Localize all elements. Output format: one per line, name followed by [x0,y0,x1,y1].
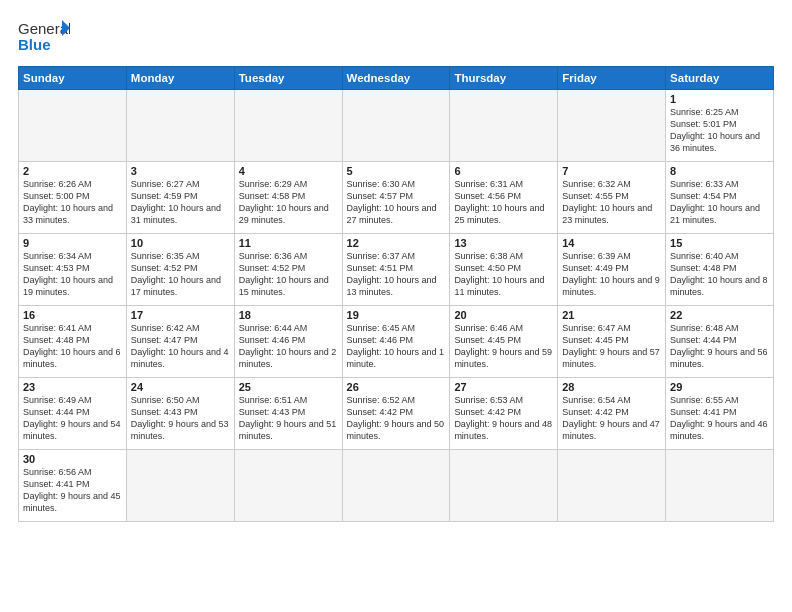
calendar-day-cell: 26Sunrise: 6:52 AM Sunset: 4:42 PM Dayli… [342,378,450,450]
day-info: Sunrise: 6:53 AM Sunset: 4:42 PM Dayligh… [454,394,553,443]
calendar-day-cell: 1Sunrise: 6:25 AM Sunset: 5:01 PM Daylig… [666,90,774,162]
day-info: Sunrise: 6:33 AM Sunset: 4:54 PM Dayligh… [670,178,769,227]
svg-text:Blue: Blue [18,36,51,53]
day-number: 24 [131,381,230,393]
calendar-day-cell: 13Sunrise: 6:38 AM Sunset: 4:50 PM Dayli… [450,234,558,306]
calendar-week-row: 9Sunrise: 6:34 AM Sunset: 4:53 PM Daylig… [19,234,774,306]
day-number: 17 [131,309,230,321]
day-number: 28 [562,381,661,393]
weekday-header-sunday: Sunday [19,67,127,90]
day-number: 12 [347,237,446,249]
calendar-day-cell [342,450,450,522]
day-info: Sunrise: 6:31 AM Sunset: 4:56 PM Dayligh… [454,178,553,227]
calendar-day-cell: 14Sunrise: 6:39 AM Sunset: 4:49 PM Dayli… [558,234,666,306]
calendar-day-cell: 11Sunrise: 6:36 AM Sunset: 4:52 PM Dayli… [234,234,342,306]
day-number: 3 [131,165,230,177]
day-number: 15 [670,237,769,249]
calendar-day-cell [450,90,558,162]
calendar-day-cell: 3Sunrise: 6:27 AM Sunset: 4:59 PM Daylig… [126,162,234,234]
day-number: 14 [562,237,661,249]
calendar-day-cell [558,450,666,522]
calendar-day-cell: 23Sunrise: 6:49 AM Sunset: 4:44 PM Dayli… [19,378,127,450]
day-info: Sunrise: 6:55 AM Sunset: 4:41 PM Dayligh… [670,394,769,443]
weekday-header-row: SundayMondayTuesdayWednesdayThursdayFrid… [19,67,774,90]
day-info: Sunrise: 6:38 AM Sunset: 4:50 PM Dayligh… [454,250,553,299]
calendar-day-cell: 24Sunrise: 6:50 AM Sunset: 4:43 PM Dayli… [126,378,234,450]
day-number: 30 [23,453,122,465]
calendar-day-cell: 12Sunrise: 6:37 AM Sunset: 4:51 PM Dayli… [342,234,450,306]
day-number: 7 [562,165,661,177]
calendar-day-cell: 25Sunrise: 6:51 AM Sunset: 4:43 PM Dayli… [234,378,342,450]
calendar-week-row: 23Sunrise: 6:49 AM Sunset: 4:44 PM Dayli… [19,378,774,450]
calendar-day-cell: 30Sunrise: 6:56 AM Sunset: 4:41 PM Dayli… [19,450,127,522]
calendar-day-cell: 16Sunrise: 6:41 AM Sunset: 4:48 PM Dayli… [19,306,127,378]
day-number: 9 [23,237,122,249]
day-info: Sunrise: 6:45 AM Sunset: 4:46 PM Dayligh… [347,322,446,371]
day-number: 6 [454,165,553,177]
day-info: Sunrise: 6:47 AM Sunset: 4:45 PM Dayligh… [562,322,661,371]
day-info: Sunrise: 6:37 AM Sunset: 4:51 PM Dayligh… [347,250,446,299]
day-number: 20 [454,309,553,321]
day-number: 16 [23,309,122,321]
calendar-day-cell [126,90,234,162]
calendar-week-row: 30Sunrise: 6:56 AM Sunset: 4:41 PM Dayli… [19,450,774,522]
day-info: Sunrise: 6:56 AM Sunset: 4:41 PM Dayligh… [23,466,122,515]
weekday-header-tuesday: Tuesday [234,67,342,90]
calendar-day-cell [558,90,666,162]
calendar-day-cell: 6Sunrise: 6:31 AM Sunset: 4:56 PM Daylig… [450,162,558,234]
day-info: Sunrise: 6:34 AM Sunset: 4:53 PM Dayligh… [23,250,122,299]
calendar-day-cell: 18Sunrise: 6:44 AM Sunset: 4:46 PM Dayli… [234,306,342,378]
day-info: Sunrise: 6:42 AM Sunset: 4:47 PM Dayligh… [131,322,230,371]
calendar-day-cell: 10Sunrise: 6:35 AM Sunset: 4:52 PM Dayli… [126,234,234,306]
calendar-day-cell [342,90,450,162]
calendar-day-cell: 7Sunrise: 6:32 AM Sunset: 4:55 PM Daylig… [558,162,666,234]
day-info: Sunrise: 6:32 AM Sunset: 4:55 PM Dayligh… [562,178,661,227]
day-info: Sunrise: 6:51 AM Sunset: 4:43 PM Dayligh… [239,394,338,443]
calendar-day-cell: 28Sunrise: 6:54 AM Sunset: 4:42 PM Dayli… [558,378,666,450]
day-info: Sunrise: 6:39 AM Sunset: 4:49 PM Dayligh… [562,250,661,299]
day-number: 10 [131,237,230,249]
calendar-day-cell [666,450,774,522]
day-number: 8 [670,165,769,177]
calendar-table: SundayMondayTuesdayWednesdayThursdayFrid… [18,66,774,522]
calendar-day-cell: 19Sunrise: 6:45 AM Sunset: 4:46 PM Dayli… [342,306,450,378]
day-number: 13 [454,237,553,249]
day-number: 29 [670,381,769,393]
generalblue-logo-icon: GeneralBlue [18,18,70,56]
day-number: 1 [670,93,769,105]
calendar-day-cell: 29Sunrise: 6:55 AM Sunset: 4:41 PM Dayli… [666,378,774,450]
day-number: 18 [239,309,338,321]
calendar-day-cell [450,450,558,522]
day-info: Sunrise: 6:52 AM Sunset: 4:42 PM Dayligh… [347,394,446,443]
day-info: Sunrise: 6:44 AM Sunset: 4:46 PM Dayligh… [239,322,338,371]
calendar-day-cell: 22Sunrise: 6:48 AM Sunset: 4:44 PM Dayli… [666,306,774,378]
calendar-day-cell: 21Sunrise: 6:47 AM Sunset: 4:45 PM Dayli… [558,306,666,378]
calendar-day-cell: 27Sunrise: 6:53 AM Sunset: 4:42 PM Dayli… [450,378,558,450]
day-info: Sunrise: 6:35 AM Sunset: 4:52 PM Dayligh… [131,250,230,299]
calendar-day-cell: 8Sunrise: 6:33 AM Sunset: 4:54 PM Daylig… [666,162,774,234]
calendar-day-cell [126,450,234,522]
day-number: 23 [23,381,122,393]
calendar-day-cell: 17Sunrise: 6:42 AM Sunset: 4:47 PM Dayli… [126,306,234,378]
calendar-day-cell [234,450,342,522]
calendar-week-row: 2Sunrise: 6:26 AM Sunset: 5:00 PM Daylig… [19,162,774,234]
calendar-day-cell: 4Sunrise: 6:29 AM Sunset: 4:58 PM Daylig… [234,162,342,234]
weekday-header-thursday: Thursday [450,67,558,90]
day-number: 22 [670,309,769,321]
calendar-day-cell: 2Sunrise: 6:26 AM Sunset: 5:00 PM Daylig… [19,162,127,234]
day-info: Sunrise: 6:50 AM Sunset: 4:43 PM Dayligh… [131,394,230,443]
calendar-day-cell [234,90,342,162]
day-info: Sunrise: 6:48 AM Sunset: 4:44 PM Dayligh… [670,322,769,371]
logo: GeneralBlue [18,18,70,56]
day-number: 19 [347,309,446,321]
weekday-header-saturday: Saturday [666,67,774,90]
day-number: 2 [23,165,122,177]
day-info: Sunrise: 6:30 AM Sunset: 4:57 PM Dayligh… [347,178,446,227]
day-number: 25 [239,381,338,393]
day-info: Sunrise: 6:54 AM Sunset: 4:42 PM Dayligh… [562,394,661,443]
day-info: Sunrise: 6:26 AM Sunset: 5:00 PM Dayligh… [23,178,122,227]
day-info: Sunrise: 6:40 AM Sunset: 4:48 PM Dayligh… [670,250,769,299]
calendar-day-cell: 20Sunrise: 6:46 AM Sunset: 4:45 PM Dayli… [450,306,558,378]
day-number: 26 [347,381,446,393]
day-info: Sunrise: 6:27 AM Sunset: 4:59 PM Dayligh… [131,178,230,227]
